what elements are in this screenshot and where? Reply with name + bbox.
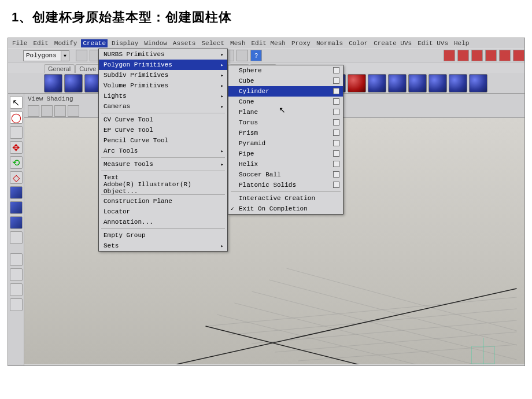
snap-icon[interactable] — [485, 50, 497, 61]
select-tool[interactable]: ↖ — [10, 96, 23, 109]
menuitem-interactive-creation[interactable]: Interactive Creation — [228, 193, 343, 204]
vp-icon[interactable] — [54, 105, 66, 117]
option-box-icon[interactable] — [333, 161, 339, 167]
menuitem-lights[interactable]: Lights — [99, 91, 227, 101]
menuitem-adobe-r-illustrator-r-object[interactable]: Adobe(R) Illustrator(R) Object... — [99, 183, 227, 193]
menuitem-edit-mesh[interactable]: Edit Mesh — [249, 39, 287, 47]
shelf-button[interactable] — [469, 74, 487, 93]
shelf-button[interactable] — [449, 74, 467, 93]
menuitem-create[interactable]: Create — [81, 39, 108, 47]
menuitem-file[interactable]: File — [10, 39, 29, 47]
menuitem-pipe[interactable]: Pipe — [228, 149, 343, 159]
show-manip-tool[interactable] — [10, 216, 23, 229]
shelf-button[interactable] — [388, 74, 407, 93]
option-box-icon[interactable] — [333, 109, 339, 115]
four-view-icon[interactable] — [10, 268, 23, 281]
menuitem-cv-curve-tool[interactable]: CV Curve Tool — [99, 114, 227, 125]
menuitem-sphere[interactable]: Sphere — [228, 65, 343, 76]
menuitem-cone[interactable]: Cone — [228, 97, 343, 107]
layout-icon[interactable] — [10, 283, 23, 296]
menuitem-create-uvs[interactable]: Create UVs — [372, 39, 413, 47]
menuitem-measure-tools[interactable]: Measure Tools — [99, 159, 227, 169]
menuitem-color[interactable]: Color — [347, 39, 370, 47]
menuitem-polygon-primitives[interactable]: Polygon Primitives — [99, 60, 227, 70]
move-tool[interactable]: ✥ — [10, 141, 23, 154]
menuitem-pencil-curve-tool[interactable]: Pencil Curve Tool — [99, 135, 227, 146]
menuitem-pyramid[interactable]: Pyramid — [228, 138, 343, 149]
menuitem-empty-group[interactable]: Empty Group — [99, 230, 227, 241]
menuitem-assets[interactable]: Assets — [171, 39, 198, 47]
shelf-button[interactable] — [408, 74, 427, 93]
menuitem-soccer-ball[interactable]: Soccer Ball — [228, 169, 343, 180]
menuitem-select[interactable]: Select — [200, 39, 226, 47]
menuitem-normals[interactable]: Normals — [315, 39, 345, 47]
lasso-tool[interactable]: ◯ — [10, 111, 23, 124]
snap-icon[interactable] — [444, 50, 455, 61]
shelf-button[interactable] — [44, 74, 62, 93]
snap-icon[interactable] — [471, 50, 483, 61]
layout-icon[interactable] — [10, 298, 23, 311]
soft-mod-tool[interactable] — [10, 201, 23, 214]
menuitem-edit-uvs[interactable]: Edit UVs — [416, 39, 450, 47]
option-box-icon[interactable] — [333, 182, 339, 188]
help-icon[interactable]: ? — [250, 50, 262, 61]
viewport-menu-view[interactable]: View — [28, 95, 43, 102]
last-tool[interactable] — [10, 231, 23, 244]
shelf-tab-curve[interactable]: Curve — [75, 64, 100, 73]
vp-icon[interactable] — [41, 105, 53, 117]
new-scene-icon[interactable] — [76, 50, 87, 61]
menuitem-prism[interactable]: Prism — [228, 128, 343, 138]
menuitem-proxy[interactable]: Proxy — [290, 39, 312, 47]
single-view-icon[interactable] — [10, 253, 23, 266]
option-box-icon[interactable] — [333, 150, 339, 157]
paint-select-tool[interactable] — [10, 126, 23, 139]
option-box-icon[interactable] — [333, 98, 339, 105]
menuitem-edit[interactable]: Edit — [31, 39, 50, 47]
option-box-icon[interactable] — [333, 88, 339, 94]
menuitem-construction-plane[interactable]: Construction Plane — [99, 196, 227, 206]
menuitem-nurbs-primitives[interactable]: NURBS Primitives — [99, 49, 227, 60]
mask-icon[interactable] — [237, 50, 248, 61]
menuitem-torus[interactable]: Torus — [228, 117, 343, 128]
option-box-icon[interactable] — [333, 171, 339, 178]
snap-icon[interactable] — [457, 50, 469, 61]
shelf-tab-general[interactable]: General — [44, 64, 75, 73]
menuitem-subdiv-primitives[interactable]: Subdiv Primitives — [99, 70, 227, 80]
menuitem-sets[interactable]: Sets — [99, 241, 227, 251]
shelf-button[interactable] — [348, 74, 366, 93]
shelf-button[interactable] — [368, 74, 386, 93]
menuitem-locator[interactable]: Locator — [99, 206, 227, 217]
menuitem-ep-curve-tool[interactable]: EP Curve Tool — [99, 125, 227, 135]
rotate-tool[interactable]: ⟲ — [10, 156, 23, 169]
option-box-icon[interactable] — [333, 140, 339, 146]
menuitem-cube[interactable]: Cube — [228, 76, 343, 86]
menuitem-cylinder[interactable]: Cylinder — [228, 86, 343, 97]
menuitem-window[interactable]: Window — [142, 39, 169, 47]
menuitem-plane[interactable]: Plane — [228, 107, 343, 117]
menuitem-arc-tools[interactable]: Arc Tools — [99, 146, 227, 156]
viewport-menu-shading[interactable]: Shading — [46, 95, 73, 102]
menuitem-exit-on-completion[interactable]: Exit On Completion — [228, 204, 343, 214]
shelf-button[interactable] — [428, 74, 447, 93]
dropdown-arrow-icon[interactable]: ▼ — [61, 51, 69, 61]
option-box-icon[interactable] — [333, 130, 339, 136]
menuitem-volume-primitives[interactable]: Volume Primitives — [99, 80, 227, 91]
menuitem-platonic-solids[interactable]: Platonic Solids — [228, 180, 343, 190]
menuitem-cameras[interactable]: Cameras — [99, 101, 227, 112]
menuitem-annotation[interactable]: Annotation... — [99, 217, 227, 227]
scale-tool[interactable]: ◇ — [10, 171, 23, 184]
shelf-button[interactable] — [64, 74, 83, 93]
vp-icon[interactable] — [68, 105, 79, 117]
option-box-icon[interactable] — [333, 119, 339, 125]
menuitem-modify[interactable]: Modify — [53, 39, 79, 47]
menuitem-helix[interactable]: Helix — [228, 159, 343, 169]
vp-icon[interactable] — [28, 105, 39, 117]
menuitem-display[interactable]: Display — [110, 39, 140, 47]
option-box-icon[interactable] — [333, 67, 339, 73]
menuitem-help[interactable]: Help — [452, 39, 471, 47]
universal-manip-tool[interactable] — [10, 186, 23, 199]
snap-icon[interactable] — [499, 50, 511, 61]
menu-set-combo[interactable]: Polygons ▼ — [23, 50, 69, 61]
menuitem-mesh[interactable]: Mesh — [228, 39, 247, 47]
snap-icon[interactable] — [513, 50, 524, 61]
